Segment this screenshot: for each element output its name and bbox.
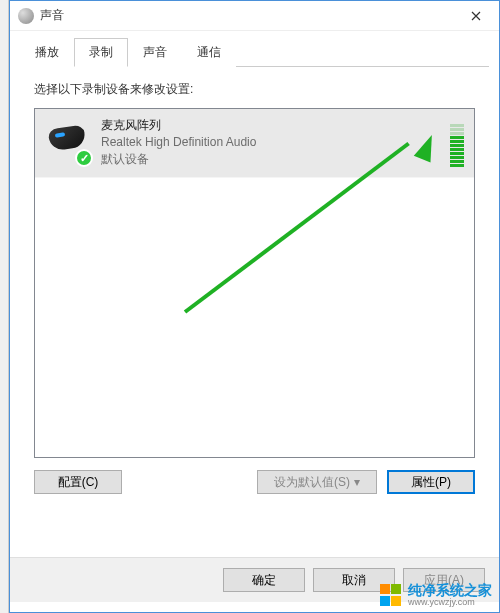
level-bar [450, 132, 464, 135]
sound-dialog: 声音 播放 录制 声音 通信 选择以下录制设备来修改设置: ✓ 麦克风阵列 Re… [9, 0, 500, 613]
device-name: 麦克风阵列 [101, 117, 442, 134]
configure-button[interactable]: 配置(C) [34, 470, 122, 494]
device-driver: Realtek High Definition Audio [101, 134, 442, 151]
tab-communications[interactable]: 通信 [182, 38, 236, 67]
device-buttons-row: 配置(C) 设为默认值(S) ▾ 属性(P) [34, 470, 475, 494]
spacer [132, 470, 247, 494]
close-icon [471, 11, 481, 21]
tab-recording[interactable]: 录制 [74, 38, 128, 67]
level-bar [450, 156, 464, 159]
close-button[interactable] [453, 1, 499, 31]
set-default-button[interactable]: 设为默认值(S) ▾ [257, 470, 377, 494]
default-check-icon: ✓ [75, 149, 93, 167]
speaker-icon [18, 8, 34, 24]
tab-playback[interactable]: 播放 [20, 38, 74, 67]
instruction-text: 选择以下录制设备来修改设置: [34, 81, 475, 98]
chevron-down-icon: ▾ [354, 475, 360, 489]
watermark-title: 纯净系统之家 [408, 583, 492, 597]
device-text: 麦克风阵列 Realtek High Definition Audio 默认设备 [101, 117, 442, 167]
ok-button[interactable]: 确定 [223, 568, 305, 592]
tab-strip: 播放 录制 声音 通信 [20, 37, 489, 67]
titlebar: 声音 [10, 1, 499, 31]
watermark-logo-icon [380, 584, 402, 606]
level-bar [450, 128, 464, 131]
level-bar [450, 160, 464, 163]
level-bar [450, 124, 464, 127]
watermark: 纯净系统之家 www.ycwzjy.com [380, 583, 492, 607]
properties-button[interactable]: 属性(P) [387, 470, 475, 494]
watermark-url: www.ycwzjy.com [408, 597, 492, 607]
device-listbox[interactable]: ✓ 麦克风阵列 Realtek High Definition Audio 默认… [34, 108, 475, 458]
level-bar [450, 136, 464, 139]
device-icon: ✓ [45, 119, 91, 165]
tab-sounds[interactable]: 声音 [128, 38, 182, 67]
level-bar [450, 148, 464, 151]
watermark-text-block: 纯净系统之家 www.ycwzjy.com [408, 583, 492, 607]
microphone-icon [48, 125, 87, 152]
level-bar [450, 164, 464, 167]
level-bar [450, 144, 464, 147]
window-title: 声音 [40, 7, 453, 24]
level-meter [450, 117, 464, 167]
device-status: 默认设备 [101, 151, 442, 168]
level-bar [450, 152, 464, 155]
set-default-label: 设为默认值(S) [274, 474, 350, 491]
level-bar [450, 140, 464, 143]
device-item-mic-array[interactable]: ✓ 麦克风阵列 Realtek High Definition Audio 默认… [35, 109, 474, 178]
background-sliver [0, 0, 9, 613]
